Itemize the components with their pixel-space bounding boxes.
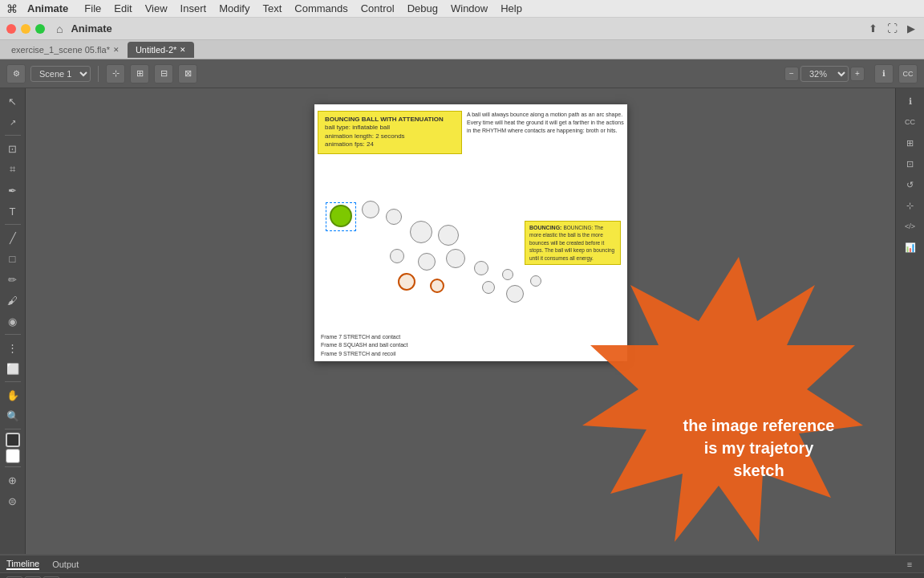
text-tool[interactable]: T: [3, 201, 22, 221]
subselect-tool[interactable]: ↗: [3, 112, 22, 132]
properties-panel-button[interactable]: ℹ: [901, 92, 920, 111]
tab-exercise-label: exercise_1_scene 05.fla*: [11, 45, 110, 55]
stage-right-text: A ball will always bounce along a motion…: [467, 111, 624, 134]
color-fill[interactable]: [6, 449, 20, 463]
align-panel-button[interactable]: ⊞: [901, 133, 920, 153]
window-traffic-lights: [6, 24, 45, 34]
canvas-area: BOUNCING BALL WITH ATTENUATION ball type…: [26, 88, 895, 554]
lasso-tool[interactable]: ⌗: [3, 160, 22, 179]
layer-settings-button[interactable]: ⊜: [3, 491, 22, 511]
hand-tool[interactable]: ✋: [3, 385, 22, 405]
output-tab[interactable]: Output: [52, 560, 79, 569]
scene-settings-button[interactable]: ⚙: [6, 64, 26, 83]
menu-modify[interactable]: Modify: [213, 2, 256, 14]
traj-ball-bottom-3: [530, 275, 541, 287]
traj-ball-8: [474, 261, 488, 275]
transform-button[interactable]: ⊠: [178, 64, 197, 83]
traj-ball-2: [386, 209, 402, 225]
menu-control[interactable]: Control: [355, 2, 401, 14]
menu-insert[interactable]: Insert: [174, 2, 213, 14]
starburst-svg: [558, 241, 895, 554]
tab-untitled-label: Untitled-2*: [136, 45, 176, 55]
code-snippets-button[interactable]: </>: [901, 217, 920, 236]
tab-exercise-close[interactable]: ✕: [113, 46, 120, 54]
timeline-controls: + 📁 🗑 ⏺ ⏮ ⏪ ▶ ⏩ ↻ 24,00 FPS 1 F ⊗ ⊕ ⊞ ⚙: [0, 573, 924, 578]
traj-ball-4: [438, 225, 459, 246]
rectangle-tool[interactable]: □: [3, 249, 22, 268]
timeline-menu-button[interactable]: ≡: [902, 556, 918, 572]
select-tool[interactable]: ↖: [3, 92, 22, 111]
fullscreen-button[interactable]: ⛶: [886, 22, 898, 35]
menu-file[interactable]: File: [78, 2, 107, 14]
menu-help[interactable]: Help: [494, 2, 529, 14]
lt-sep-3: [5, 334, 21, 335]
minimize-window-button[interactable]: [21, 24, 30, 34]
tab-untitled-close[interactable]: ✕: [180, 46, 186, 54]
main-content: ↖ ↗ ⊡ ⌗ ✒ T ╱ □ ✏ 🖌 ◉ ⋮ ⬜ ✋ 🔍 ⊕ ⊜ BOUNC: [0, 88, 924, 554]
align-button[interactable]: ⊞: [130, 64, 149, 83]
menu-bar: ⌘ Animate File Edit View Insert Modify T…: [0, 0, 924, 18]
frame-labels: Frame 7 STRETCH and contact Frame 8 SQUA…: [321, 333, 408, 359]
zoom-selector[interactable]: 32%: [800, 66, 849, 82]
timeline-header: Timeline Output ≡: [0, 556, 924, 573]
lt-sep-2: [5, 224, 21, 225]
tab-untitled[interactable]: Untitled-2* ✕: [128, 42, 194, 58]
frame-label-9: Frame 9 STRETCH and recoil: [321, 350, 408, 359]
menu-edit[interactable]: Edit: [107, 2, 138, 14]
lt-sep-5: [5, 429, 21, 429]
zoom-out-button[interactable]: −: [784, 67, 799, 81]
play-button[interactable]: ▶: [905, 22, 918, 35]
timeline-tab[interactable]: Timeline: [6, 559, 39, 570]
line-tool[interactable]: ╱: [3, 228, 22, 247]
left-toolbar: ↖ ↗ ⊡ ⌗ ✒ T ╱ □ ✏ 🖌 ◉ ⋮ ⬜ ✋ 🔍 ⊕ ⊜: [0, 88, 26, 554]
grid-button[interactable]: ⊟: [154, 64, 173, 83]
title-bar: ⌂ Animate ⬆ ⛶ ▶: [0, 18, 924, 40]
home-icon[interactable]: ⌂: [56, 22, 63, 35]
orange-ball-2: [430, 279, 444, 293]
menu-debug[interactable]: Debug: [401, 2, 444, 14]
cc-button[interactable]: CC: [898, 64, 918, 83]
timeline-area: Timeline Output ≡ + 📁 🗑 ⏺ ⏮ ⏪ ▶ ⏩ ↻ 24,0…: [0, 554, 924, 578]
zoom-control: − 32% +: [784, 66, 865, 82]
yellow-note-line1: ball type: inflatable ball: [325, 124, 455, 132]
snap-button[interactable]: ⊹: [106, 64, 125, 83]
menu-commands[interactable]: Commands: [288, 2, 354, 14]
maximize-window-button[interactable]: [35, 24, 45, 34]
pen-tool[interactable]: ✒: [3, 181, 22, 200]
tab-exercise[interactable]: exercise_1_scene 05.fla* ✕: [3, 42, 128, 58]
green-ball[interactable]: [330, 205, 352, 227]
close-window-button[interactable]: [6, 24, 16, 34]
scene-selector[interactable]: Scene 1: [30, 66, 91, 82]
menu-window[interactable]: Window: [444, 2, 494, 14]
properties-button[interactable]: ℹ: [874, 64, 894, 83]
traj-ball-9: [502, 269, 513, 280]
eraser-tool[interactable]: ⬜: [3, 359, 22, 378]
components-button[interactable]: ⊹: [901, 196, 920, 215]
share-button[interactable]: ⬆: [866, 22, 879, 35]
color-stroke[interactable]: [6, 433, 20, 447]
timeline-header-controls: ≡: [902, 556, 918, 572]
pencil-tool[interactable]: ✏: [3, 270, 22, 289]
frame-label-8: Frame 8 SQUASH and ball contact: [321, 341, 408, 350]
yellow-note-title: BOUNCING BALL WITH ATTENUATION: [325, 116, 455, 124]
data-panel-button[interactable]: 📊: [901, 238, 920, 257]
app-name[interactable]: Animate: [27, 2, 68, 14]
cc-libraries-button[interactable]: CC: [901, 112, 920, 132]
free-transform-tool[interactable]: ⊡: [3, 139, 22, 158]
inline-note-title: BOUNCING:: [529, 225, 561, 230]
starburst-container: the image reference is my trajetory sket…: [558, 241, 895, 554]
history-button[interactable]: ↺: [901, 175, 920, 194]
menu-text[interactable]: Text: [256, 2, 288, 14]
add-layer-button[interactable]: ⊕: [3, 470, 22, 490]
apple-menu[interactable]: ⌘: [6, 2, 18, 15]
zoom-in-button[interactable]: +: [850, 67, 865, 81]
brush-tool[interactable]: 🖌: [3, 291, 22, 310]
paint-bucket-tool[interactable]: ◉: [3, 311, 22, 331]
menu-view[interactable]: View: [139, 2, 174, 14]
zoom-tool[interactable]: 🔍: [3, 406, 22, 425]
eyedropper-tool[interactable]: ⋮: [3, 338, 22, 357]
starburst-text: the image reference is my trajetory sket…: [679, 414, 839, 482]
transform-panel-button[interactable]: ⊡: [901, 154, 920, 173]
window-controls-right: ⬆ ⛶ ▶: [866, 22, 918, 35]
svg-marker-0: [582, 257, 863, 542]
